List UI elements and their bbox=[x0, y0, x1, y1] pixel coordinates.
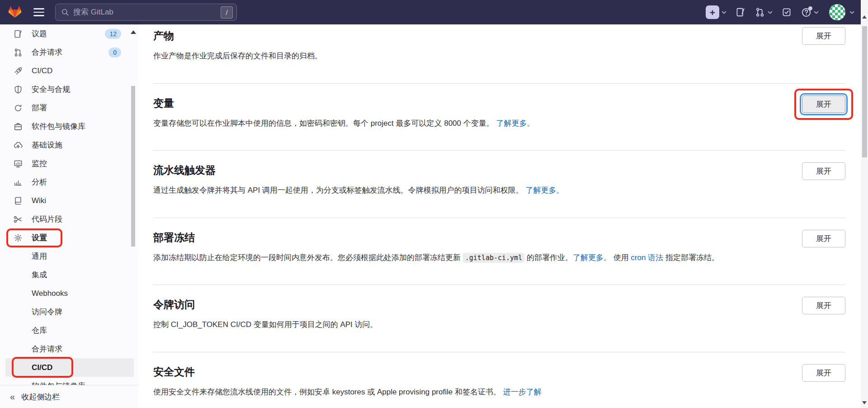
gitlab-app: / + bbox=[0, 0, 868, 408]
merge-requests-shortcut-icon[interactable] bbox=[755, 7, 765, 18]
user-avatar[interactable] bbox=[829, 4, 845, 20]
sidebar-item-label: 监控 bbox=[32, 158, 47, 169]
shield-icon bbox=[14, 85, 23, 94]
expand-secure-files-button[interactable]: 展开 bbox=[802, 364, 845, 382]
section-title: 部署冻结 bbox=[153, 231, 845, 245]
chart-icon bbox=[14, 178, 23, 187]
sidebar-item-label: 安全与合规 bbox=[32, 84, 70, 95]
expand-pipeline-triggers-button[interactable]: 展开 bbox=[802, 162, 845, 180]
expand-deploy-freezes-button[interactable]: 展开 bbox=[802, 230, 845, 247]
sidebar-item-analytics[interactable]: 分析 bbox=[0, 173, 138, 191]
notification-dot bbox=[808, 6, 812, 10]
sidebar-item-label: 软件包与镜像库 bbox=[32, 121, 85, 132]
page-scrollbar[interactable] bbox=[861, 0, 868, 408]
sidebar-item-infrastructure[interactable]: 基础设施 bbox=[0, 136, 138, 154]
package-icon bbox=[14, 122, 23, 131]
sidebar-scrollbar-thumb[interactable] bbox=[131, 86, 135, 247]
section-pipeline-triggers: 流水线触发器 通过生成触发令牌并将其与 API 调用一起使用，为分支或标签触发流… bbox=[153, 151, 845, 218]
section-description: 使用 bbox=[611, 253, 631, 262]
section-variables: 变量 变量存储您可以在作业脚本中使用的信息，如密码和密钥。每个 project … bbox=[153, 84, 845, 151]
chevron-down-icon[interactable] bbox=[722, 11, 726, 14]
chevron-down-icon[interactable] bbox=[814, 11, 819, 14]
section-title: 安全文件 bbox=[153, 365, 845, 379]
new-item-button[interactable]: + bbox=[706, 5, 719, 19]
issues-count-badge: 12 bbox=[105, 29, 121, 39]
section-title: 产物 bbox=[153, 29, 845, 43]
issues-icon bbox=[14, 29, 23, 38]
sidebar-nav: 议题 12 合并请求 0 CI/CD 安全与合规 bbox=[0, 24, 138, 395]
cron-syntax-link[interactable]: cron 语法 bbox=[631, 253, 663, 262]
settings-subitem-access-tokens[interactable]: 访问令牌 bbox=[0, 303, 138, 321]
help-icon[interactable] bbox=[801, 7, 811, 18]
gitlab-ci-yml-code: .gitlab-ci.yml bbox=[463, 253, 524, 263]
sidebar-item-label: 设置 bbox=[32, 232, 47, 243]
scroll-up-arrow[interactable] bbox=[862, 15, 867, 19]
sidebar-item-security[interactable]: 安全与合规 bbox=[0, 80, 138, 99]
search-shortcut-key: / bbox=[221, 6, 233, 19]
subitem-label: 通用 bbox=[32, 251, 47, 261]
sidebar-item-label: Wiki bbox=[32, 196, 46, 205]
subitem-label: 集成 bbox=[32, 270, 47, 280]
expand-variables-button[interactable]: 展开 bbox=[802, 95, 845, 113]
search-input[interactable] bbox=[73, 8, 217, 17]
sidebar-item-label: CI/CD bbox=[32, 66, 52, 76]
settings-subitem-cicd[interactable]: CI/CD bbox=[5, 358, 134, 377]
learn-more-link[interactable]: 了解更多。 bbox=[526, 186, 564, 195]
section-title: 流水线触发器 bbox=[153, 163, 845, 177]
sidebar-item-snippets[interactable]: 代码片段 bbox=[0, 210, 138, 228]
subitem-label: 访问令牌 bbox=[32, 307, 62, 317]
gitlab-logo-icon[interactable] bbox=[7, 5, 23, 19]
section-description: 控制 CI_JOB_TOKEN CI/CD 变量如何用于项目之间的 API 访问… bbox=[153, 320, 378, 329]
collapse-sidebar-button[interactable]: « 收起侧边栏 bbox=[0, 385, 138, 408]
section-description: 使用安全文件来存储您流水线使用的文件，例如安卓 keystores 或 Appl… bbox=[153, 388, 501, 396]
search-icon bbox=[61, 8, 69, 16]
top-navbar: / + bbox=[0, 0, 868, 24]
settings-subitem-general[interactable]: 通用 bbox=[0, 247, 138, 266]
todo-list-icon[interactable] bbox=[781, 7, 792, 18]
page-scrollbar-thumb[interactable] bbox=[862, 26, 867, 157]
learn-more-link[interactable]: 了解更多。 bbox=[573, 253, 611, 262]
settings-subitem-webhooks[interactable]: Webhooks bbox=[0, 284, 138, 303]
project-sidebar: 议题 12 合并请求 0 CI/CD 安全与合规 bbox=[0, 24, 138, 408]
sidebar-item-label: 代码片段 bbox=[32, 214, 62, 224]
learn-more-link[interactable]: 了解更多。 bbox=[496, 119, 534, 128]
section-artifacts: 产物 作业产物是作业完成后保存的文件和目录的归档。 展开 bbox=[153, 24, 845, 84]
collapse-sidebar-label: 收起侧边栏 bbox=[21, 392, 60, 402]
section-title: 令牌访问 bbox=[153, 298, 845, 312]
sidebar-item-deployments[interactable]: 部署 bbox=[0, 99, 138, 117]
sidebar-item-issues[interactable]: 议题 12 bbox=[0, 24, 138, 43]
chevron-down-icon[interactable] bbox=[849, 11, 854, 14]
expand-artifacts-button[interactable]: 展开 bbox=[802, 27, 845, 45]
section-description: 添加冻结期以防止在给定环境的一段时间内意外发布。您必须根据此处添加的部署冻结更新 bbox=[153, 253, 463, 262]
settings-subitem-repository[interactable]: 仓库 bbox=[0, 321, 138, 340]
sidebar-item-packages[interactable]: 软件包与镜像库 bbox=[0, 117, 138, 136]
merge-request-icon bbox=[14, 48, 23, 57]
section-deploy-freezes: 部署冻结 添加冻结期以防止在给定环境的一段时间内意外发布。您必须根据此处添加的部… bbox=[153, 218, 845, 285]
hamburger-menu-icon[interactable] bbox=[33, 8, 44, 16]
scroll-down-arrow[interactable] bbox=[862, 401, 867, 404]
subitem-label: 仓库 bbox=[32, 325, 47, 336]
monitor-icon bbox=[14, 159, 23, 168]
scissors-icon bbox=[14, 215, 23, 224]
sidebar-item-merge-requests[interactable]: 合并请求 0 bbox=[0, 43, 138, 62]
sidebar-item-cicd[interactable]: CI/CD bbox=[0, 62, 138, 80]
sidebar-item-settings[interactable]: 设置 bbox=[0, 228, 138, 247]
global-search-box[interactable]: / bbox=[55, 4, 237, 21]
sidebar-item-monitor[interactable]: 监控 bbox=[0, 154, 138, 173]
section-description: 指定部署冻结。 bbox=[663, 253, 719, 262]
settings-subitem-integrations[interactable]: 集成 bbox=[0, 266, 138, 284]
issues-shortcut-icon[interactable] bbox=[735, 7, 746, 18]
book-icon bbox=[14, 196, 23, 205]
sidebar-item-label: 分析 bbox=[32, 177, 47, 187]
expand-token-access-button[interactable]: 展开 bbox=[802, 297, 845, 314]
learn-more-link[interactable]: 进一步了解 bbox=[503, 388, 542, 396]
chevron-down-icon[interactable] bbox=[768, 11, 773, 14]
subitem-label: 合并请求 bbox=[32, 344, 62, 354]
merge-requests-count-badge: 0 bbox=[108, 47, 121, 57]
subitem-label: Webhooks bbox=[32, 289, 68, 298]
settings-subitem-merge-requests[interactable]: 合并请求 bbox=[0, 340, 138, 358]
sidebar-item-wiki[interactable]: Wiki bbox=[0, 191, 138, 210]
sidebar-scroll-up-arrow[interactable] bbox=[131, 30, 136, 34]
subitem-label: CI/CD bbox=[32, 363, 52, 372]
section-description: 作业产物是作业完成后保存的文件和目录的归档。 bbox=[153, 52, 322, 60]
